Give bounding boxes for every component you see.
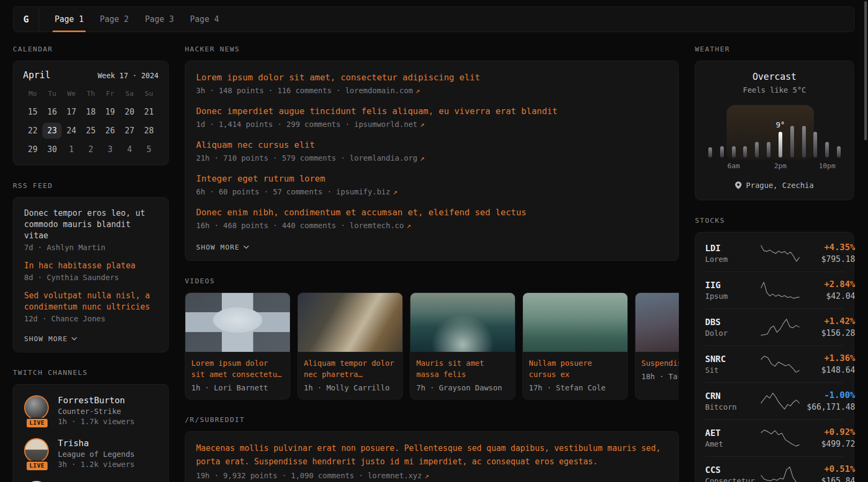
calendar-date-next-month: 4: [120, 141, 139, 157]
hn-post-meta: 1d · 1,414 points · 299 comments ·: [196, 120, 354, 129]
stock-change: +4.35%: [799, 242, 855, 252]
calendar-date-next-month: 2: [81, 141, 100, 157]
hn-post: Integer eget rutrum lorem 6h · 60 points…: [196, 172, 668, 196]
external-link-icon: ↗: [416, 86, 420, 95]
calendar-date: 21: [139, 104, 159, 120]
rss-item-meta: 8d · Cynthia Saunders: [24, 273, 158, 282]
dashboard-page: G Page 1 Page 2 Page 3 Page 4 CALENDAR A…: [0, 0, 868, 482]
twitch-section-label: TWITCH CHANNELS: [13, 368, 169, 376]
video-title[interactable]: Nullam posuere cursus ex: [529, 358, 622, 380]
scrollbar-thumb[interactable]: [864, 1, 867, 140]
reddit-post-domain-link[interactable]: loremnet.xyz: [368, 471, 422, 480]
tab-page-4[interactable]: Page 4: [182, 7, 227, 32]
calendar-date: 28: [139, 123, 159, 139]
hn-post-domain-link[interactable]: loremdomain.com: [345, 86, 413, 95]
avatar: [24, 438, 49, 463]
stock-change: +0.92%: [799, 427, 855, 437]
subreddit-section-label: /R/SUBREDDIT: [185, 416, 679, 424]
location-pin-icon: [735, 182, 742, 189]
weekday-header: We: [62, 87, 81, 101]
hn-post-title[interactable]: Donec imperdiet augue tincidunt felis al…: [196, 105, 668, 117]
channel-category: Counter-Strike: [58, 407, 134, 416]
tab-page-2[interactable]: Page 2: [92, 7, 137, 32]
external-link-icon: ↗: [420, 120, 424, 129]
video-thumbnail[interactable]: [523, 293, 627, 352]
stock-symbol: CRN: [705, 391, 761, 401]
calendar-date: 18: [81, 104, 100, 120]
hn-show-more-button[interactable]: SHOW MORE: [196, 243, 249, 251]
video-thumbnail[interactable]: [185, 293, 290, 352]
calendar-date: 20: [120, 104, 139, 120]
calendar-date: 22: [23, 123, 42, 139]
video-thumbnail[interactable]: [635, 293, 679, 352]
rss-item-title[interactable]: Sed volutpat nulla nisl, a condimentum n…: [24, 290, 158, 313]
twitch-widget: LIVE ForrestBurton Counter-Strike 1h · 1…: [13, 384, 169, 482]
app-logo[interactable]: G: [13, 7, 39, 32]
stock-price: $66,171.48: [799, 402, 855, 412]
hn-post-domain-link[interactable]: loremtech.co: [350, 221, 404, 230]
channel-name[interactable]: ForrestBurton: [58, 395, 134, 405]
rss-show-more-button[interactable]: SHOW MORE: [24, 335, 77, 343]
video-meta: 17h · Stefan Cole: [529, 383, 622, 392]
rss-item-title[interactable]: In hac habitasse platea: [24, 260, 158, 272]
middle-column: HACKER NEWS Lorem ipsum dolor sit amet, …: [185, 45, 679, 482]
video-title[interactable]: Lorem ipsum dolor sit amet consectetu…: [191, 358, 284, 380]
video-thumbnail[interactable]: [410, 293, 515, 352]
video-card[interactable]: Aliquam tempor dolor nec pharetra… 1h · …: [297, 292, 403, 400]
right-column: WEATHER Overcast Feels like 5°C 6am9°2pm…: [695, 45, 854, 482]
reddit-post-title[interactable]: Maecenas mollis pulvinar erat non posuer…: [196, 442, 668, 469]
tab-page-3[interactable]: Page 3: [137, 7, 182, 32]
weather-hourly-chart: 6am9°2pm10pm: [706, 106, 843, 157]
video-card[interactable]: Lorem ipsum dolor sit amet consectetu… 1…: [185, 292, 290, 400]
stock-symbol: LDI: [705, 243, 761, 253]
hn-post-domain-link[interactable]: ipsumworld.net: [354, 120, 417, 129]
weather-condition: Overcast: [695, 71, 854, 82]
live-badge: LIVE: [26, 418, 49, 428]
stock-row: CCS Consectetur +0.51% $165.84: [705, 456, 844, 482]
rss-item: Donec tempor eros leo, ut commodo mauris…: [24, 208, 158, 252]
stock-change: +0.51%: [799, 464, 855, 474]
content-area: CALENDAR April Week 17 · 2024 Mo Tu We T…: [13, 45, 854, 482]
weather-widget: Overcast Feels like 5°C 6am9°2pm10pm Pra…: [695, 61, 854, 200]
video-card[interactable]: Suspendisse diam 18h · Tara: [635, 292, 679, 400]
stock-row: IIG Ipsum +2.84% $42.04: [705, 272, 844, 308]
video-title[interactable]: Mauris sit amet massa felis: [416, 358, 509, 380]
hn-post-domain-link[interactable]: loremlandia.org: [350, 154, 417, 162]
rss-item-title[interactable]: Donec tempor eros leo, ut commodo mauris…: [24, 208, 158, 242]
stock-row: LDI Lorem +4.35% $795.18: [705, 235, 844, 272]
hn-post-title[interactable]: Aliquam nec cursus elit: [196, 139, 668, 151]
stock-name: Sit: [705, 366, 761, 374]
video-card[interactable]: Mauris sit amet massa felis 7h · Grayson…: [410, 292, 515, 400]
channel-name[interactable]: Trisha: [58, 438, 134, 448]
external-link-icon: ↗: [424, 471, 429, 480]
hn-post-title[interactable]: Integer eget rutrum lorem: [196, 172, 668, 185]
calendar-grid: Mo Tu We Th Fr Sa Su 15 16 17 18 19 20 2…: [23, 87, 159, 157]
calendar-month: April: [23, 70, 50, 80]
hn-post-domain-link[interactable]: ipsumify.biz: [336, 187, 390, 196]
tab-page-1[interactable]: Page 1: [47, 7, 92, 32]
live-badge: LIVE: [26, 461, 49, 471]
subreddit-widget: Maecenas mollis pulvinar erat non posuer…: [185, 431, 679, 482]
stock-price: $165.84: [799, 476, 855, 482]
videos-section: VIDEOS Lorem ipsum dolor sit amet consec…: [185, 277, 679, 400]
channel-meta: 3h · 1.2k viewers: [58, 460, 134, 469]
calendar-date: 19: [101, 104, 120, 120]
video-thumbnail[interactable]: [298, 293, 402, 352]
weather-section: WEATHER Overcast Feels like 5°C 6am9°2pm…: [695, 45, 854, 200]
stock-change: +2.84%: [799, 279, 855, 289]
calendar-date-next-month: 1: [62, 141, 81, 157]
page-tabs: Page 1 Page 2 Page 3 Page 4: [47, 7, 227, 32]
video-card[interactable]: Nullam posuere cursus ex 17h · Stefan Co…: [522, 292, 628, 400]
reddit-post-meta: 19h · 9,932 points · 1,090 comments ·: [196, 471, 368, 480]
video-title[interactable]: Aliquam tempor dolor nec pharetra…: [304, 358, 396, 380]
hn-post-title[interactable]: Donec enim nibh, condimentum et accumsan…: [196, 206, 668, 219]
twitch-channel[interactable]: LIVE Trisha League of Legends 3h · 1.2k …: [24, 438, 158, 469]
stock-sparkline: [761, 465, 799, 482]
external-link-icon: ↗: [420, 154, 424, 162]
video-title[interactable]: Suspendisse diam: [641, 358, 679, 369]
video-meta: 18h · Tara: [641, 372, 679, 381]
stock-row: AET Amet +0.92% $499.72: [705, 419, 844, 456]
hn-post: Donec imperdiet augue tincidunt felis al…: [196, 105, 668, 129]
hn-post-title[interactable]: Lorem ipsum dolor sit amet, consectetur …: [196, 71, 668, 84]
twitch-channel[interactable]: LIVE ForrestBurton Counter-Strike 1h · 1…: [24, 395, 158, 426]
